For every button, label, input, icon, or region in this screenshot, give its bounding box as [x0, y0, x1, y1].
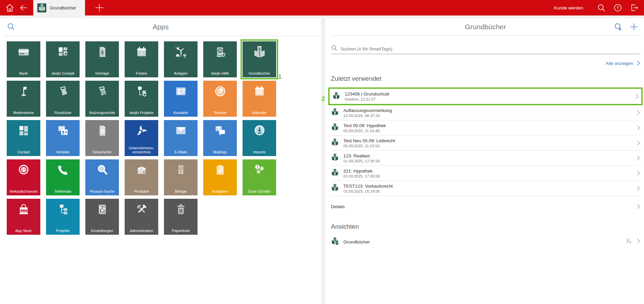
app-tile-picasso-suche[interactable]: Picasso-Suche [85, 159, 119, 195]
chevron-right-icon [637, 186, 640, 191]
recent-item[interactable]: § TEST123: Vorkaufsrecht02.09.2025, 15:2… [331, 181, 640, 196]
recent-item[interactable]: § Auflassungsvormerkung12.09.2025, 08:37… [331, 105, 640, 120]
sliders-icon [85, 203, 119, 216]
app-tile-mailings[interactable]: Mailings [203, 120, 237, 156]
project-hierarchy-icon [46, 203, 80, 216]
svg-text:§: § [334, 124, 336, 127]
app-tile-papierkorb[interactable]: Papierkorb [164, 199, 198, 235]
chevron-right-icon [637, 204, 640, 209]
opportunity-icon: 1 [7, 164, 40, 176]
envelope-icon [164, 124, 198, 137]
app-tile-verkaufschancen[interactable]: 1Verkaufschancen [7, 159, 40, 195]
svg-text:§: § [334, 139, 336, 142]
app-tile-nutzungsrechte[interactable]: Nutzungsrechte [85, 81, 119, 117]
home-icon[interactable] [4, 0, 15, 15]
chevron-right-icon [637, 125, 640, 130]
recent-item-timestamp: 02.09.2025, 15:24:06 [343, 189, 393, 193]
app-tile-unternehmensverzeichnis[interactable]: Unternehmens- verzeichnis [125, 120, 158, 156]
hierarchy-refresh-icon [125, 85, 158, 98]
app-tile-label: skejlo Projekte [125, 111, 158, 115]
app-tile-label: Einstellungen [86, 229, 118, 233]
details-label: Details [331, 204, 345, 209]
app-tile-skejlo-hilfe[interactable]: ?skejlo-Hilfe [203, 41, 237, 77]
land-register-book-icon: § [331, 123, 339, 132]
dashboard-grid-icon [7, 124, 40, 137]
search-icon[interactable] [597, 3, 606, 12]
app-tile-emails[interactable]: E-Mails [164, 120, 198, 156]
app-tile-dokumente[interactable]: Dokumente [85, 120, 119, 156]
tab-label: Grundbücher [50, 5, 76, 10]
app-tile-flurstuecke[interactable]: Flurstücke [46, 81, 80, 117]
recent-item[interactable]: § 123456 | GrundschuldGestern, 12:31:37 [332, 89, 639, 104]
recent-item[interactable]: § 321: Hypothek01.09.2025, 17:30:58 [331, 166, 640, 181]
app-tile-projekte[interactable]: Projekte [46, 199, 80, 235]
app-tile-termine[interactable]: Termine [203, 81, 237, 117]
app-tile-label: Meilensteine [7, 111, 40, 115]
app-tile-skejlo-projekte[interactable]: skejlo Projekte [125, 81, 158, 117]
recent-item[interactable]: § 123: Reallast01.09.2025, 17:30:26 [331, 151, 640, 166]
app-tile-label: E-Mails [165, 150, 197, 154]
app-tile-vertraege[interactable]: §Verträge [85, 41, 119, 77]
app-tile-einstellungen[interactable]: Einstellungen [85, 199, 119, 235]
app-tile-kalender[interactable]: Kalender [243, 81, 276, 117]
product-box-icon [125, 164, 158, 176]
app-tile-fristen[interactable]: !Fristen [125, 41, 158, 77]
recent-item-timestamp: 12.09.2025, 08:37:25 [343, 114, 392, 118]
app-tile-verteiler[interactable]: Verteiler [46, 120, 80, 156]
app-tile-skejlo-cockpit[interactable]: skejlo Cockpit [46, 41, 80, 77]
help-icon[interactable]: ? [613, 3, 622, 12]
app-tile-cockpit[interactable]: Cockpit [7, 120, 40, 156]
app-tile-produkte[interactable]: Produkte [125, 159, 158, 195]
document-icon [85, 124, 119, 137]
search-field-magnifier-icon [331, 45, 338, 53]
app-tile-label: Telefonate [47, 189, 79, 193]
app-tile-administration[interactable]: Administration [125, 199, 158, 235]
land-register-book-badge-icon: § [331, 237, 339, 246]
app-tile-aufgaben[interactable]: Aufgaben [203, 159, 237, 195]
apps-search-icon[interactable] [7, 23, 15, 32]
app-tile-anlagen[interactable]: Anlagen [164, 41, 198, 77]
receipt-icon: € [164, 164, 198, 176]
import-icon [243, 124, 276, 137]
app-tile-label: Papierkorb [165, 229, 197, 233]
calendar-icon [243, 85, 276, 98]
svg-text:2: 2 [261, 167, 263, 170]
app-tile-label: Anlagen [165, 71, 197, 75]
topbar-shadow-strip [0, 15, 644, 18]
view-item-grundbuecher[interactable]: § Grundbücher [331, 235, 640, 249]
app-tile-label: Termine [204, 111, 236, 115]
logout-icon[interactable] [630, 3, 639, 12]
steps-icon: 123 [243, 164, 276, 176]
tutorial-highlight-box: § 123456 | GrundschuldGestern, 12:31:372 [328, 87, 643, 105]
recent-item-title: 123: Reallast [343, 153, 380, 158]
back-arrow-icon[interactable] [17, 1, 30, 14]
svg-text:§: § [334, 238, 336, 241]
trash-icon [164, 203, 198, 216]
search-input[interactable] [341, 46, 640, 51]
app-tile-meilensteine[interactable]: Meilensteine [7, 81, 40, 117]
new-tab-plus-icon[interactable] [94, 0, 105, 15]
app-tile-telefonate[interactable]: Telefonate [46, 159, 80, 195]
svg-text:§: § [334, 109, 336, 112]
saved-search-icon[interactable] [613, 23, 622, 33]
app-tile-bank[interactable]: Bank [7, 41, 40, 77]
svg-text:?: ? [617, 6, 619, 10]
company-directory-icon [125, 124, 158, 137]
app-tile-label: Verteiler [47, 150, 79, 154]
tab-grundbuecher[interactable]: § Grundbücher [33, 0, 85, 15]
apps-header-divider [3, 36, 318, 36]
show-all-label: Alle anzeigen [606, 61, 633, 66]
app-tile-erste-schritte[interactable]: 123Erste Schritte [243, 159, 276, 195]
recent-item[interactable]: § Test 05.09: Hypothek05.09.2025, 11:16:… [331, 120, 640, 136]
recent-item[interactable]: § Test Neu 05.09: Leibrecht05.09.2025, 1… [331, 136, 640, 151]
recent-item-timestamp: 01.09.2025, 17:30:58 [343, 174, 380, 178]
show-all-link[interactable]: Alle anzeigen [331, 61, 640, 66]
kunde-werden-link[interactable]: Kunde werden [554, 5, 583, 10]
app-tile-app-store[interactable]: App Store [7, 199, 40, 235]
app-tile-belege[interactable]: €Belege [164, 159, 198, 195]
app-tile-kontakte[interactable]: Kontakte [164, 81, 198, 117]
add-record-plus-icon[interactable] [629, 22, 639, 33]
app-tile-importe[interactable]: Importe [243, 120, 276, 156]
app-tile-grundbuecher[interactable]: §Grundbücher1 [243, 41, 276, 77]
details-row[interactable]: Details [331, 199, 640, 214]
